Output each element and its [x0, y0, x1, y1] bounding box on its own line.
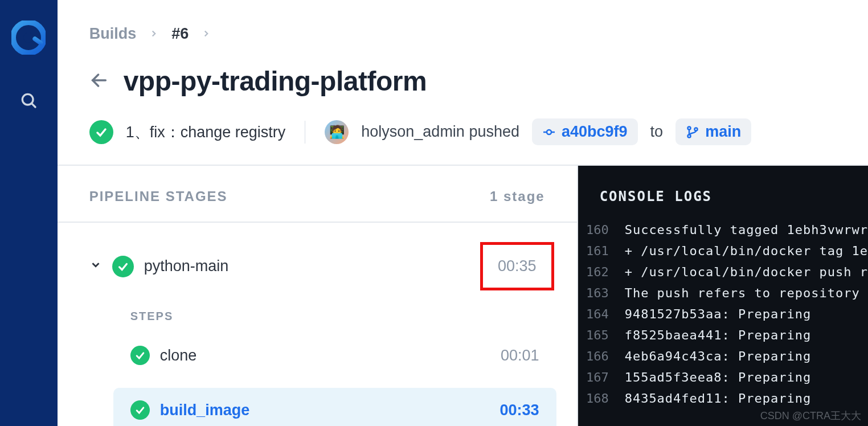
- pipeline-stages-panel: PIPELINE STAGES 1 stage python-main 00:3…: [58, 166, 578, 426]
- log-line-number: 163: [578, 286, 625, 300]
- commit-message: 1、fix：change registry: [126, 122, 286, 142]
- log-line: 1649481527b53aa: Preparing: [578, 304, 868, 325]
- commit-icon: [542, 125, 556, 139]
- log-line-text: The push refers to repository: [625, 286, 868, 300]
- vertical-divider: [305, 121, 305, 144]
- svg-line-4: [32, 104, 35, 107]
- branch-name: main: [705, 123, 741, 141]
- app-logo[interactable]: [11, 21, 46, 55]
- log-line-number: 167: [578, 370, 625, 384]
- watermark: CSDN @CTRA王大大: [760, 409, 861, 423]
- step-name: clone: [160, 347, 490, 364]
- step-name: build_image: [160, 402, 490, 419]
- to-label: to: [650, 123, 664, 141]
- stages-header: PIPELINE STAGES 1 stage: [58, 166, 577, 223]
- log-line-text: f8525baea441: Preparing: [625, 328, 812, 342]
- log-line-text: 4eb6a94c43ca: Preparing: [625, 349, 812, 363]
- step-success-icon: [130, 346, 150, 365]
- step-duration: 00:01: [501, 347, 539, 364]
- commit-hash: a40bc9f9: [562, 123, 628, 141]
- log-line-number: 161: [578, 244, 625, 258]
- chevron-down-icon[interactable]: [89, 257, 102, 275]
- svg-point-11: [695, 128, 698, 130]
- log-line: 165f8525baea441: Preparing: [578, 325, 868, 346]
- branch-pill[interactable]: main: [675, 118, 751, 145]
- steps-header-label: STEPS: [58, 310, 577, 323]
- log-line-text: + /usr/local/bin/docker push r: [625, 265, 868, 279]
- log-line-number: 164: [578, 307, 625, 321]
- log-line-number: 168: [578, 391, 625, 405]
- page-title: vpp-py-trading-platform: [124, 65, 427, 97]
- log-line: 167155ad5f3eea8: Preparing: [578, 367, 868, 388]
- console-logs-panel: CONSOLE LOGS 160Successfully tagged 1ebh…: [578, 166, 868, 426]
- left-sidebar: [0, 0, 58, 426]
- log-line-text: 9481527b53aa: Preparing: [625, 307, 812, 321]
- commit-hash-pill[interactable]: a40bc9f9: [532, 118, 638, 145]
- stage-duration: 00:35: [480, 242, 554, 290]
- log-line: 163The push refers to repository: [578, 282, 868, 304]
- main-content: Builds #6 vpp-py-trading-platform 1、fix：…: [58, 0, 868, 426]
- status-success-icon: [89, 120, 113, 144]
- breadcrumb-current[interactable]: #6: [171, 25, 189, 43]
- log-line-text: + /usr/local/bin/docker tag 1e: [625, 244, 868, 258]
- stage-name: python-main: [144, 257, 470, 275]
- build-meta-row: 1、fix：change registry 🧑‍💻 holyson_admin …: [89, 118, 836, 145]
- step-duration: 00:33: [500, 402, 539, 419]
- search-icon[interactable]: [17, 89, 40, 112]
- breadcrumb-root[interactable]: Builds: [89, 25, 137, 43]
- log-line-number: 162: [578, 265, 625, 279]
- log-line-number: 160: [578, 223, 625, 237]
- author-action: holyson_admin pushed: [361, 123, 519, 141]
- log-line-number: 165: [578, 328, 625, 342]
- log-line: 160Successfully tagged 1ebh3vwrwr: [578, 219, 868, 240]
- chevron-right-icon: [201, 25, 211, 43]
- breadcrumb: Builds #6: [89, 25, 836, 43]
- stages-header-label: PIPELINE STAGES: [89, 189, 228, 204]
- svg-point-6: [547, 130, 551, 134]
- svg-point-1: [23, 32, 34, 43]
- author-name: holyson_admin: [361, 123, 465, 140]
- back-arrow-icon[interactable]: [89, 71, 109, 92]
- stages-count: 1 stage: [490, 189, 545, 204]
- log-line: 1664eb6a94c43ca: Preparing: [578, 346, 868, 367]
- branch-icon: [686, 125, 699, 139]
- page-header: Builds #6 vpp-py-trading-platform 1、fix：…: [58, 0, 868, 165]
- push-action-label: pushed: [469, 123, 519, 140]
- log-line: 162+ /usr/local/bin/docker push r: [578, 261, 868, 282]
- console-header-label: CONSOLE LOGS: [578, 166, 868, 219]
- title-row: vpp-py-trading-platform: [89, 65, 836, 97]
- body-split: PIPELINE STAGES 1 stage python-main 00:3…: [58, 165, 868, 426]
- author-avatar[interactable]: 🧑‍💻: [325, 120, 349, 144]
- stage-success-icon: [112, 256, 134, 277]
- log-line: 1688435ad4fed11: Preparing: [578, 388, 868, 409]
- log-line-text: Successfully tagged 1ebh3vwrwr: [625, 223, 868, 237]
- step-row-build-image[interactable]: build_image 00:33: [113, 388, 556, 426]
- console-log-list[interactable]: 160Successfully tagged 1ebh3vwrwr161+ /u…: [578, 219, 868, 409]
- chevron-right-icon: [149, 25, 159, 43]
- step-row-clone[interactable]: clone 00:01: [113, 333, 556, 378]
- log-line-text: 8435ad4fed11: Preparing: [625, 391, 812, 405]
- log-line-text: 155ad5f3eea8: Preparing: [625, 370, 812, 384]
- svg-point-9: [688, 126, 691, 129]
- log-line-number: 166: [578, 349, 625, 363]
- step-success-icon: [130, 400, 150, 420]
- stage-row[interactable]: python-main 00:35: [58, 223, 577, 310]
- log-line: 161+ /usr/local/bin/docker tag 1e: [578, 240, 868, 261]
